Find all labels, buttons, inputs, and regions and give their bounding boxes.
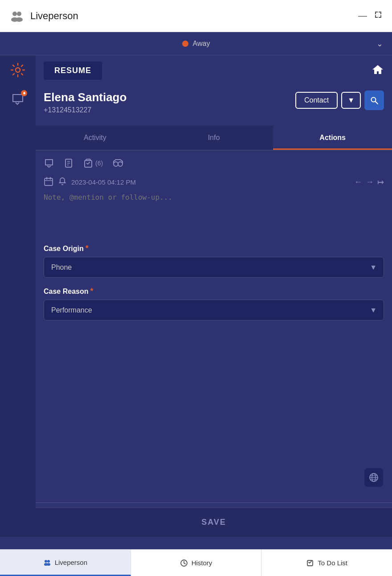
status-text: Away	[193, 40, 210, 48]
people-icon	[9, 8, 25, 24]
svg-point-4	[16, 68, 20, 72]
content-divider	[36, 502, 392, 503]
note-textarea[interactable]	[44, 193, 384, 233]
case-reason-required: *	[90, 287, 94, 296]
chat-icon[interactable]	[44, 158, 54, 169]
datetime-bar: 2023-04-05 04:12 PM ← → ↦	[44, 177, 384, 188]
contact-phone: +13124513227	[44, 106, 127, 114]
resume-bar: RESUME	[36, 55, 392, 86]
case-reason-select[interactable]: Performance Performance Billing Support	[44, 300, 384, 321]
taskbar-history-label: History	[192, 559, 212, 567]
content-area: RESUME Elena Santiago +13124513227 Conta…	[36, 55, 392, 537]
app-container: Away ⌄	[0, 32, 392, 558]
main-layout: RESUME Elena Santiago +13124513227 Conta…	[0, 55, 392, 537]
svg-point-26	[47, 563, 50, 566]
checklist-icon[interactable]: (6)	[83, 158, 103, 169]
case-origin-wrapper: Phone Email Chat ▼	[44, 257, 384, 278]
home-icon[interactable]	[372, 63, 384, 78]
svg-point-12	[114, 162, 118, 166]
contact-bar: Elena Santiago +13124513227 Contact ▼	[36, 86, 392, 126]
taskbar: Liveperson History To Do List	[0, 549, 392, 576]
case-reason-section: Case Reason * Performance Performance Bi…	[44, 287, 384, 321]
binoculars-icon[interactable]	[112, 157, 124, 169]
contact-name: Elena Santiago	[44, 91, 127, 104]
tabs-bar: Activity Info Actions	[36, 126, 392, 151]
taskbar-item-liveperson[interactable]: Liveperson	[0, 550, 131, 576]
datetime-arrows: ← → ↦	[354, 177, 384, 187]
action-icon-row: (6)	[44, 157, 384, 169]
sidebar-item-chat[interactable]	[8, 89, 28, 110]
resume-button[interactable]: RESUME	[44, 62, 102, 80]
arrow-left[interactable]: ←	[354, 177, 362, 187]
case-origin-label: Case Origin *	[44, 244, 384, 253]
badge-count: (6)	[95, 160, 103, 167]
case-origin-required: *	[86, 244, 89, 253]
case-reason-label: Case Reason *	[44, 287, 384, 296]
app-title: Liveperson	[30, 10, 78, 22]
taskbar-todolist-label: To Do List	[318, 559, 347, 567]
status-dot	[182, 41, 188, 47]
contact-dropdown-button[interactable]: ▼	[341, 92, 361, 109]
title-bar: Liveperson —	[0, 0, 392, 32]
document-icon[interactable]	[63, 158, 74, 169]
sidebar	[0, 55, 36, 537]
arrow-right-end[interactable]: ↦	[377, 177, 384, 187]
status-bar: Away ⌄	[0, 32, 392, 55]
case-origin-section: Case Origin * Phone Email Chat ▼	[44, 244, 384, 278]
svg-line-6	[376, 102, 378, 104]
taskbar-liveperson-label: Liveperson	[55, 559, 87, 566]
tab-activity[interactable]: Activity	[36, 126, 155, 150]
contact-button[interactable]: Contact	[295, 92, 338, 109]
svg-point-3	[16, 17, 23, 22]
save-bar: SAVE	[36, 507, 392, 537]
title-bar-left: Liveperson	[9, 8, 78, 24]
svg-point-1	[17, 12, 21, 16]
minimize-button[interactable]: —	[358, 11, 367, 21]
bell-icon[interactable]	[58, 177, 67, 187]
arrow-right[interactable]: →	[366, 177, 374, 187]
search-button[interactable]	[364, 91, 384, 110]
calendar-icon[interactable]	[44, 177, 53, 188]
case-reason-wrapper: Performance Performance Billing Support …	[44, 300, 384, 321]
save-button[interactable]: SAVE	[201, 518, 226, 527]
svg-point-13	[118, 162, 122, 166]
sidebar-item-settings[interactable]	[8, 60, 28, 80]
svg-point-23	[45, 560, 47, 563]
svg-point-24	[47, 560, 50, 563]
notification-badge	[21, 90, 27, 96]
maximize-button[interactable]	[373, 10, 383, 22]
actions-panel: (6) 2023-04-0	[36, 151, 392, 498]
case-origin-select[interactable]: Phone Email Chat	[44, 257, 384, 278]
status-chevron-icon[interactable]: ⌄	[376, 39, 383, 49]
taskbar-item-history[interactable]: History	[131, 550, 262, 576]
datetime-value: 2023-04-05 04:12 PM	[71, 178, 136, 186]
title-bar-controls: —	[358, 10, 383, 22]
svg-point-0	[12, 12, 17, 16]
contact-actions: Contact ▼	[295, 91, 384, 110]
svg-rect-14	[45, 178, 53, 185]
tab-actions[interactable]: Actions	[273, 126, 392, 150]
globe-button[interactable]	[364, 468, 383, 487]
taskbar-item-todolist[interactable]: To Do List	[261, 550, 392, 576]
tab-info[interactable]: Info	[155, 126, 274, 150]
